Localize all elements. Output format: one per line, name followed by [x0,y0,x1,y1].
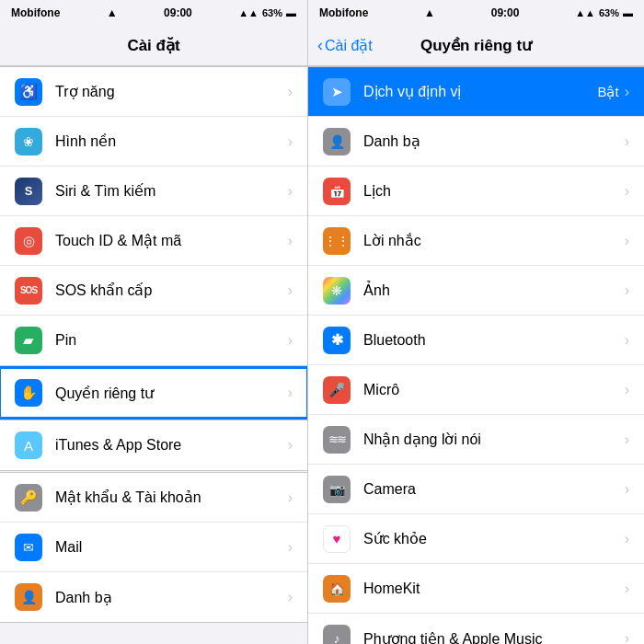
right-item-loi-nhac[interactable]: ⋮⋮ Lời nhắc › [308,216,644,266]
right-panel: Mobifone ▲ 09:00 ▲▲ 63% ▬ ‹ Cài đặt Quyề… [308,0,644,644]
bluetooth-icon: ✱ [323,327,351,354]
right-nav-bar: ‹ Cài đặt Quyền riêng tư [308,26,644,66]
left-status-bar: Mobifone ▲ 09:00 ▲▲ 63% ▬ [0,0,307,26]
right-item-phuong-tien[interactable]: ♪ Phương tiện & Apple Music › [308,614,644,644]
right-item-bluetooth[interactable]: ✱ Bluetooth › [308,316,644,365]
right-scroll-content[interactable]: ➤ Dịch vụ định vị Bật › 👤 Danh bạ › 📅 Lị… [308,66,644,644]
phuong-tien-label: Phương tiện & Apple Music [363,630,625,645]
phuong-tien-chevron: › [625,630,629,644]
anh-icon: ❋ [323,277,351,305]
touch-id-label: Touch ID & Mật mã [55,232,288,249]
sos-icon: SOS [15,277,42,305]
mail-chevron: › [288,539,293,556]
mat-khau-label: Mật khẩu & Tài khoản [55,489,288,506]
right-group-1: ➤ Dịch vụ định vị Bật › 👤 Danh bạ › 📅 Lị… [308,66,644,644]
right-item-nhan-dang[interactable]: ≋≋ Nhận dạng lời nói › [308,415,644,465]
homekit-icon: 🏠 [323,575,351,603]
left-group-2: ✋ Quyền riêng tư › [0,367,307,419]
lich-icon: 📅 [323,178,351,205]
loi-nhac-icon: ⋮⋮ [323,227,351,255]
danh-ba-right-icon: 👤 [323,128,351,155]
back-chevron-icon: ‹ [317,36,323,55]
nhan-dang-chevron: › [625,431,629,448]
siri-label: Siri & Tìm kiếm [55,182,288,200]
suc-khoe-label: Sức khỏe [363,530,625,547]
right-nav-back-label: Cài đặt [325,37,373,54]
left-item-touch-id[interactable]: ◎ Touch ID & Mật mã › [0,216,307,266]
right-battery-icon: ▬ [623,7,633,18]
loi-nhac-chevron: › [625,233,629,249]
right-carrier: Mobifone [319,6,368,19]
right-item-homekit[interactable]: 🏠 HomeKit › [308,564,644,614]
left-item-danh-ba[interactable]: 👤 Danh bạ › [0,572,307,622]
hinh-nen-label: Hình nền [55,132,288,150]
right-item-lich[interactable]: 📅 Lịch › [308,167,644,216]
right-signal-icon: ▲▲ [575,7,595,18]
tro-nang-label: Trợ năng [55,83,288,100]
danh-ba-right-label: Danh bạ [363,132,625,150]
anh-label: Ảnh [363,282,625,299]
left-battery-pct: 63% [262,7,282,18]
left-group-3: A iTunes & App Store › [0,420,307,471]
siri-icon: S [15,178,42,205]
tro-nang-chevron: › [288,84,293,100]
quyen-rieng-tu-chevron: › [288,385,293,401]
dich-vu-value: Bật [597,84,618,100]
phuong-tien-icon: ♪ [323,625,351,644]
loi-nhac-label: Lời nhắc [363,232,625,249]
quyen-rieng-tu-label: Quyền riêng tư [55,385,288,402]
left-item-hinh-nen[interactable]: ❀ Hình nền › [0,117,307,167]
left-battery-icon: ▬ [286,7,296,18]
left-group-4: 🔑 Mật khẩu & Tài khoản › ✉ Mail › 👤 Danh… [0,472,307,623]
right-battery-pct: 63% [599,7,619,18]
right-item-suc-khoe[interactable]: ♥ Sức khỏe › [308,514,644,564]
itunes-label: iTunes & App Store [55,437,288,454]
pin-icon: ▰ [15,327,42,354]
lich-chevron: › [625,183,629,200]
camera-icon: 📷 [323,476,351,503]
lich-label: Lịch [363,182,625,200]
tro-nang-icon: ♿ [15,78,42,106]
left-item-tro-nang[interactable]: ♿ Trợ năng › [0,67,307,117]
siri-chevron: › [288,183,293,200]
dich-vu-label: Dịch vụ định vị [363,83,597,100]
right-wifi-icon: ▲ [424,6,435,19]
touch-id-chevron: › [288,233,293,249]
itunes-chevron: › [288,437,293,454]
mat-khau-chevron: › [288,489,293,506]
hinh-nen-icon: ❀ [15,128,42,155]
hinh-nen-chevron: › [288,133,293,150]
right-item-anh[interactable]: ❋ Ảnh › [308,266,644,316]
left-item-mail[interactable]: ✉ Mail › [0,523,307,572]
right-item-micro[interactable]: 🎤 Micrô › [308,365,644,415]
left-signal-icon: ▲▲ [238,7,259,18]
left-time: 09:00 [164,6,192,19]
right-item-camera[interactable]: 📷 Camera › [308,465,644,514]
left-item-pin[interactable]: ▰ Pin › [0,316,307,365]
anh-chevron: › [625,282,629,299]
danh-ba-left-label: Danh bạ [55,589,288,606]
suc-khoe-icon: ♥ [323,525,351,553]
bluetooth-label: Bluetooth [363,332,625,349]
left-scroll-content[interactable]: ♿ Trợ năng › ❀ Hình nền › S Siri & Tìm k… [0,66,307,644]
danh-ba-right-chevron: › [625,133,629,150]
nhan-dang-icon: ≋≋ [323,426,351,454]
dich-vu-icon: ➤ [323,78,351,106]
mail-icon: ✉ [15,534,42,561]
left-item-siri[interactable]: S Siri & Tìm kiếm › [0,167,307,216]
right-nav-back-button[interactable]: ‹ Cài đặt [317,36,373,55]
right-item-danh-ba[interactable]: 👤 Danh bạ › [308,117,644,167]
left-item-quyen-rieng-tu[interactable]: ✋ Quyền riêng tư › [0,368,307,418]
sos-chevron: › [288,282,293,299]
left-carrier: Mobifone [11,6,60,19]
mail-label: Mail [55,539,288,556]
right-status-bar: Mobifone ▲ 09:00 ▲▲ 63% ▬ [308,0,644,26]
left-item-itunes[interactable]: A iTunes & App Store › [0,420,307,470]
left-item-sos[interactable]: SOS SOS khẩn cấp › [0,266,307,316]
right-item-dich-vu[interactable]: ➤ Dịch vụ định vị Bật › [308,67,644,117]
pin-label: Pin [55,332,288,349]
left-item-mat-khau[interactable]: 🔑 Mật khẩu & Tài khoản › [0,473,307,523]
micro-label: Micrô [363,382,625,398]
danh-ba-left-icon: 👤 [15,583,42,611]
left-group-1: ♿ Trợ năng › ❀ Hình nền › S Siri & Tìm k… [0,66,307,366]
